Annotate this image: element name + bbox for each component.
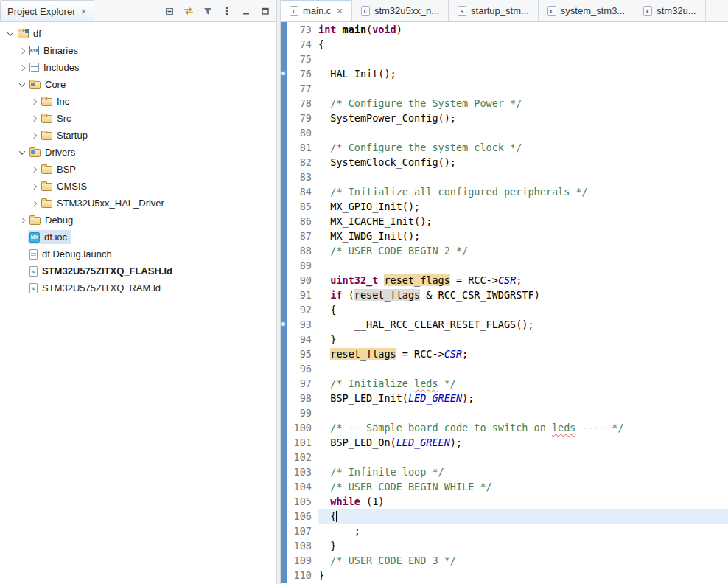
line-number[interactable]: 105 bbox=[287, 494, 318, 509]
line-number[interactable]: 99 bbox=[287, 406, 318, 420]
code-line-74[interactable]: 74{ bbox=[281, 37, 728, 52]
code-line-78[interactable]: 78 /* Configure the System Power */ bbox=[281, 96, 728, 111]
code-line-75[interactable]: 75 bbox=[281, 52, 728, 66]
code-line-88[interactable]: 88 /* USER CODE BEGIN 2 */ bbox=[281, 243, 728, 258]
line-number[interactable]: 98 bbox=[287, 391, 318, 406]
editor-tab-main-c[interactable]: cmain.c× bbox=[281, 0, 352, 21]
code-line-90[interactable]: 90 uint32_t reset_flags = RCC->CSR; bbox=[281, 273, 728, 288]
line-number[interactable]: 106 bbox=[287, 509, 318, 524]
code-line-80[interactable]: 80 bbox=[281, 125, 728, 140]
line-number[interactable]: 82 bbox=[287, 155, 318, 170]
line-number[interactable]: 89 bbox=[287, 258, 318, 273]
collapse-all-icon[interactable] bbox=[164, 5, 175, 16]
expander-closed-icon[interactable] bbox=[16, 215, 28, 226]
code-line-94[interactable]: 94 } bbox=[281, 332, 728, 347]
code-line-93[interactable]: 93 __HAL_RCC_CLEAR_RESET_FLAGS(); bbox=[281, 317, 728, 332]
tree-item-core[interactable]: Core bbox=[0, 76, 276, 93]
expander-closed-icon[interactable] bbox=[28, 164, 40, 175]
code-line-110[interactable]: 110} bbox=[281, 568, 728, 583]
tree-item-bsp[interactable]: BSP bbox=[0, 161, 276, 178]
code-line-92[interactable]: 92 { bbox=[281, 302, 728, 317]
code-line-77[interactable]: 77 bbox=[281, 81, 728, 96]
line-number[interactable]: 101 bbox=[287, 435, 318, 450]
editor-tab-startup-stm[interactable]: sstartup_stm... bbox=[449, 0, 539, 21]
code-line-83[interactable]: 83 bbox=[281, 170, 728, 184]
line-number[interactable]: 96 bbox=[287, 361, 318, 376]
link-with-editor-icon[interactable] bbox=[183, 5, 194, 16]
code-line-86[interactable]: 86 MX_ICACHE_Init(); bbox=[281, 214, 728, 229]
expander-closed-icon[interactable] bbox=[16, 45, 28, 57]
line-number[interactable]: 100 bbox=[287, 420, 318, 435]
line-number[interactable]: 102 bbox=[287, 450, 318, 465]
code-line-101[interactable]: 101 BSP_LED_On(LED_GREEN); bbox=[281, 435, 728, 450]
code-line-84[interactable]: 84 /* Initialize all configured peripher… bbox=[281, 184, 728, 199]
tree-item-df-ioc[interactable]: MXdf.ioc bbox=[0, 229, 276, 246]
code-line-91[interactable]: 91 if (reset_flags & RCC_CSR_IWDGRSTF) bbox=[281, 288, 728, 302]
code-line-73[interactable]: 73int main(void) bbox=[281, 22, 728, 37]
code-line-99[interactable]: 99 bbox=[281, 406, 728, 420]
tree-item-startup[interactable]: Startup bbox=[0, 127, 276, 144]
tree-item-df-debug-launch[interactable]: df Debug.launch bbox=[0, 246, 276, 263]
line-number[interactable]: 94 bbox=[287, 332, 318, 347]
line-number[interactable]: 87 bbox=[287, 229, 318, 243]
line-number[interactable]: 84 bbox=[287, 184, 318, 199]
tree-item-binaries[interactable]: 010Binaries bbox=[0, 42, 276, 59]
code-line-89[interactable]: 89 bbox=[281, 258, 728, 273]
line-number[interactable]: 95 bbox=[287, 347, 318, 361]
line-number[interactable]: 110 bbox=[287, 568, 318, 583]
code-line-108[interactable]: 108 } bbox=[281, 538, 728, 553]
code-line-76[interactable]: 76 HAL_Init(); bbox=[281, 66, 728, 81]
code-line-79[interactable]: 79 SystemPower_Config(); bbox=[281, 111, 728, 125]
tree-item-inc[interactable]: Inc bbox=[0, 93, 276, 110]
line-number[interactable]: 108 bbox=[287, 538, 318, 553]
line-number[interactable]: 97 bbox=[287, 376, 318, 391]
close-tab-icon[interactable]: × bbox=[337, 5, 343, 16]
code-line-82[interactable]: 82 SystemClock_Config(); bbox=[281, 155, 728, 170]
code-line-97[interactable]: 97 /* Initialize leds */ bbox=[281, 376, 728, 391]
code-line-104[interactable]: 104 /* USER CODE BEGIN WHILE */ bbox=[281, 479, 728, 494]
line-number[interactable]: 107 bbox=[287, 524, 318, 538]
code-line-102[interactable]: 102 bbox=[281, 450, 728, 465]
editor-tab-stm32u5xx-n[interactable]: cstm32u5xx_n... bbox=[352, 0, 449, 21]
line-number[interactable]: 88 bbox=[287, 243, 318, 258]
tree-item-stm32u575zitxq-ram-ld[interactable]: ldSTM32U575ZITXQ_RAM.ld bbox=[0, 279, 276, 296]
code-line-98[interactable]: 98 BSP_LED_Init(LED_GREEN); bbox=[281, 391, 728, 406]
code-line-109[interactable]: 109 /* USER CODE END 3 */ bbox=[281, 553, 728, 568]
minimize-icon[interactable] bbox=[240, 5, 251, 16]
tree-item-includes[interactable]: Includes bbox=[0, 59, 276, 76]
tree-item-stm32u575zitxq-flash-ld[interactable]: ldSTM32U575ZITXQ_FLASH.ld bbox=[0, 263, 276, 279]
code-line-106[interactable]: 106 { bbox=[281, 509, 728, 524]
code-line-96[interactable]: 96 bbox=[281, 361, 728, 376]
tree-item-stm32u5xx-hal-driver[interactable]: STM32U5xx_HAL_Driver bbox=[0, 195, 276, 212]
tree-item-src[interactable]: Src bbox=[0, 110, 276, 127]
tree-item-df[interactable]: df bbox=[0, 25, 276, 42]
line-number[interactable]: 73 bbox=[287, 22, 318, 37]
line-number[interactable]: 81 bbox=[287, 140, 318, 155]
expander-closed-icon[interactable] bbox=[28, 130, 40, 142]
line-number[interactable]: 104 bbox=[287, 479, 318, 494]
line-number[interactable]: 79 bbox=[287, 111, 318, 125]
project-explorer-view-tab[interactable]: Project Explorer × bbox=[0, 0, 94, 21]
tree-item-cmsis[interactable]: CMSIS bbox=[0, 178, 276, 195]
expander-closed-icon[interactable] bbox=[28, 113, 40, 125]
line-number[interactable]: 77 bbox=[287, 81, 318, 96]
line-number[interactable]: 86 bbox=[287, 214, 318, 229]
line-number[interactable]: 80 bbox=[287, 125, 318, 140]
line-number[interactable]: 78 bbox=[287, 96, 318, 111]
tree-item-debug[interactable]: Debug bbox=[0, 212, 276, 229]
expander-closed-icon[interactable] bbox=[28, 181, 40, 192]
code-line-85[interactable]: 85 MX_GPIO_Init(); bbox=[281, 199, 728, 214]
line-number[interactable]: 83 bbox=[287, 170, 318, 184]
tree-item-drivers[interactable]: Drivers bbox=[0, 144, 276, 161]
expander-closed-icon[interactable] bbox=[28, 198, 40, 209]
line-number[interactable]: 90 bbox=[287, 273, 318, 288]
code-line-107[interactable]: 107 ; bbox=[281, 524, 728, 538]
code-line-81[interactable]: 81 /* Configure the system clock */ bbox=[281, 140, 728, 155]
maximize-icon[interactable] bbox=[259, 5, 270, 16]
line-number[interactable]: 92 bbox=[287, 302, 318, 317]
code-line-103[interactable]: 103 /* Infinite loop */ bbox=[281, 465, 728, 479]
code-editor[interactable]: 73int main(void)74{7576 HAL_Init();7778 … bbox=[281, 22, 728, 584]
line-number[interactable]: 75 bbox=[287, 52, 318, 66]
line-number[interactable]: 109 bbox=[287, 553, 318, 568]
editor-tab-stm32u[interactable]: cstm32u... bbox=[634, 0, 705, 21]
